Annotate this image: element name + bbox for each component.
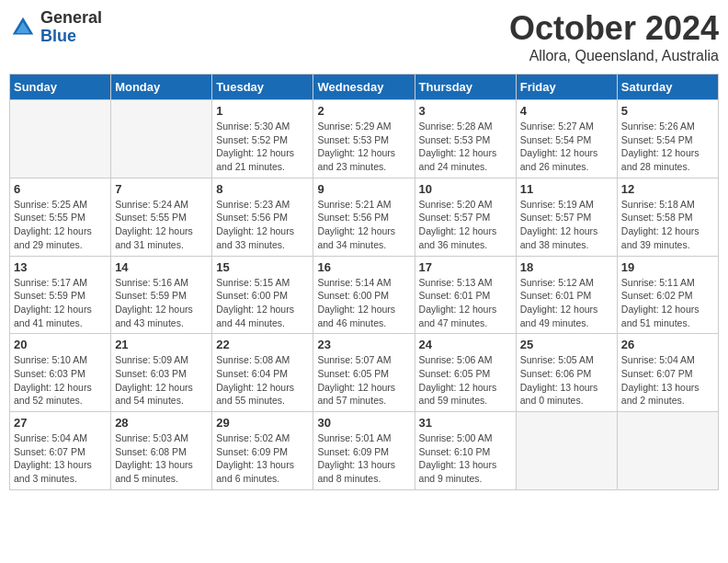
location: Allora, Queensland, Australia bbox=[509, 48, 719, 64]
calendar-day-cell: 6Sunrise: 5:25 AM Sunset: 5:55 PM Daylig… bbox=[10, 178, 111, 256]
calendar-week-row: 1Sunrise: 5:30 AM Sunset: 5:52 PM Daylig… bbox=[10, 100, 719, 178]
day-info: Sunrise: 5:16 AM Sunset: 5:59 PM Dayligh… bbox=[115, 276, 208, 330]
calendar-day-cell: 29Sunrise: 5:02 AM Sunset: 6:09 PM Dayli… bbox=[212, 412, 313, 490]
calendar-day-cell: 24Sunrise: 5:06 AM Sunset: 6:05 PM Dayli… bbox=[415, 334, 516, 412]
day-number: 28 bbox=[115, 416, 208, 430]
day-info: Sunrise: 5:24 AM Sunset: 5:55 PM Dayligh… bbox=[115, 198, 208, 252]
day-info: Sunrise: 5:06 AM Sunset: 6:05 PM Dayligh… bbox=[419, 353, 512, 408]
calendar-day-cell bbox=[516, 412, 617, 490]
day-number: 5 bbox=[621, 104, 714, 118]
day-info: Sunrise: 5:27 AM Sunset: 5:54 PM Dayligh… bbox=[520, 120, 613, 174]
calendar-day-cell: 27Sunrise: 5:04 AM Sunset: 6:07 PM Dayli… bbox=[10, 412, 111, 490]
calendar-day-cell: 1Sunrise: 5:30 AM Sunset: 5:52 PM Daylig… bbox=[212, 100, 313, 178]
day-info: Sunrise: 5:30 AM Sunset: 5:52 PM Dayligh… bbox=[216, 120, 309, 174]
day-number: 25 bbox=[520, 338, 613, 351]
calendar-day-cell: 28Sunrise: 5:03 AM Sunset: 6:08 PM Dayli… bbox=[111, 412, 212, 490]
day-number: 16 bbox=[317, 260, 410, 274]
day-number: 26 bbox=[621, 338, 714, 351]
day-number: 7 bbox=[115, 182, 208, 196]
month-title: October 2024 bbox=[509, 9, 719, 48]
day-number: 20 bbox=[14, 338, 107, 351]
day-number: 27 bbox=[14, 416, 107, 430]
day-number: 21 bbox=[115, 338, 208, 351]
weekday-header: Monday bbox=[111, 75, 212, 100]
calendar-week-row: 27Sunrise: 5:04 AM Sunset: 6:07 PM Dayli… bbox=[10, 412, 719, 490]
weekday-header: Saturday bbox=[617, 75, 718, 100]
calendar-day-cell: 25Sunrise: 5:05 AM Sunset: 6:06 PM Dayli… bbox=[516, 334, 617, 412]
calendar-day-cell bbox=[617, 412, 718, 490]
calendar-day-cell: 2Sunrise: 5:29 AM Sunset: 5:53 PM Daylig… bbox=[313, 100, 415, 178]
calendar-day-cell: 26Sunrise: 5:04 AM Sunset: 6:07 PM Dayli… bbox=[617, 334, 718, 412]
day-number: 11 bbox=[520, 182, 613, 196]
weekday-header: Sunday bbox=[10, 75, 111, 100]
day-info: Sunrise: 5:08 AM Sunset: 6:04 PM Dayligh… bbox=[216, 353, 309, 408]
logo-text: General Blue bbox=[40, 9, 102, 46]
calendar-day-cell: 17Sunrise: 5:13 AM Sunset: 6:01 PM Dayli… bbox=[415, 256, 516, 334]
day-info: Sunrise: 5:18 AM Sunset: 5:58 PM Dayligh… bbox=[621, 198, 714, 252]
day-info: Sunrise: 5:03 AM Sunset: 6:08 PM Dayligh… bbox=[115, 431, 208, 486]
day-info: Sunrise: 5:01 AM Sunset: 6:09 PM Dayligh… bbox=[317, 431, 410, 486]
calendar-day-cell: 10Sunrise: 5:20 AM Sunset: 5:57 PM Dayli… bbox=[415, 178, 516, 256]
calendar-day-cell: 7Sunrise: 5:24 AM Sunset: 5:55 PM Daylig… bbox=[111, 178, 212, 256]
calendar-week-row: 20Sunrise: 5:10 AM Sunset: 6:03 PM Dayli… bbox=[10, 334, 719, 412]
calendar-day-cell: 9Sunrise: 5:21 AM Sunset: 5:56 PM Daylig… bbox=[313, 178, 415, 256]
calendar-day-cell: 31Sunrise: 5:00 AM Sunset: 6:10 PM Dayli… bbox=[415, 412, 516, 490]
day-info: Sunrise: 5:07 AM Sunset: 6:05 PM Dayligh… bbox=[317, 353, 410, 408]
calendar-day-cell: 19Sunrise: 5:11 AM Sunset: 6:02 PM Dayli… bbox=[617, 256, 718, 334]
calendar-day-cell: 23Sunrise: 5:07 AM Sunset: 6:05 PM Dayli… bbox=[313, 334, 415, 412]
day-number: 31 bbox=[419, 416, 512, 430]
day-number: 22 bbox=[216, 338, 309, 351]
day-number: 14 bbox=[115, 260, 208, 274]
day-number: 29 bbox=[216, 416, 309, 430]
calendar-day-cell: 4Sunrise: 5:27 AM Sunset: 5:54 PM Daylig… bbox=[516, 100, 617, 178]
day-info: Sunrise: 5:02 AM Sunset: 6:09 PM Dayligh… bbox=[216, 431, 309, 486]
title-block: October 2024 Allora, Queensland, Austral… bbox=[509, 9, 719, 64]
day-number: 15 bbox=[216, 260, 309, 274]
calendar-week-row: 6Sunrise: 5:25 AM Sunset: 5:55 PM Daylig… bbox=[10, 178, 719, 256]
calendar-day-cell: 5Sunrise: 5:26 AM Sunset: 5:54 PM Daylig… bbox=[617, 100, 718, 178]
logo-icon bbox=[9, 14, 37, 41]
day-number: 18 bbox=[520, 260, 613, 274]
day-info: Sunrise: 5:21 AM Sunset: 5:56 PM Dayligh… bbox=[317, 198, 410, 252]
day-number: 1 bbox=[216, 104, 309, 118]
day-info: Sunrise: 5:12 AM Sunset: 6:01 PM Dayligh… bbox=[520, 276, 613, 330]
day-number: 30 bbox=[317, 416, 410, 430]
calendar-day-cell: 18Sunrise: 5:12 AM Sunset: 6:01 PM Dayli… bbox=[516, 256, 617, 334]
day-number: 4 bbox=[520, 104, 613, 118]
calendar-day-cell: 11Sunrise: 5:19 AM Sunset: 5:57 PM Dayli… bbox=[516, 178, 617, 256]
day-info: Sunrise: 5:10 AM Sunset: 6:03 PM Dayligh… bbox=[14, 353, 107, 408]
calendar-header-row: SundayMondayTuesdayWednesdayThursdayFrid… bbox=[10, 75, 719, 100]
day-number: 17 bbox=[419, 260, 512, 274]
day-number: 12 bbox=[621, 182, 714, 196]
day-info: Sunrise: 5:11 AM Sunset: 6:02 PM Dayligh… bbox=[621, 276, 714, 330]
weekday-header: Thursday bbox=[415, 75, 516, 100]
day-info: Sunrise: 5:23 AM Sunset: 5:56 PM Dayligh… bbox=[216, 198, 309, 252]
day-number: 9 bbox=[317, 182, 410, 196]
calendar-day-cell: 12Sunrise: 5:18 AM Sunset: 5:58 PM Dayli… bbox=[617, 178, 718, 256]
day-info: Sunrise: 5:25 AM Sunset: 5:55 PM Dayligh… bbox=[14, 198, 107, 252]
weekday-header: Wednesday bbox=[313, 75, 415, 100]
page-header: General Blue October 2024 Allora, Queens… bbox=[9, 9, 719, 64]
day-number: 19 bbox=[621, 260, 714, 274]
day-info: Sunrise: 5:04 AM Sunset: 6:07 PM Dayligh… bbox=[14, 431, 107, 486]
day-number: 23 bbox=[317, 338, 410, 351]
day-number: 8 bbox=[216, 182, 309, 196]
calendar-day-cell: 21Sunrise: 5:09 AM Sunset: 6:03 PM Dayli… bbox=[111, 334, 212, 412]
calendar-table: SundayMondayTuesdayWednesdayThursdayFrid… bbox=[9, 74, 719, 490]
calendar-day-cell: 8Sunrise: 5:23 AM Sunset: 5:56 PM Daylig… bbox=[212, 178, 313, 256]
calendar-day-cell: 22Sunrise: 5:08 AM Sunset: 6:04 PM Dayli… bbox=[212, 334, 313, 412]
day-info: Sunrise: 5:17 AM Sunset: 5:59 PM Dayligh… bbox=[14, 276, 107, 330]
weekday-header: Friday bbox=[516, 75, 617, 100]
calendar-day-cell bbox=[111, 100, 212, 178]
logo-general: General bbox=[40, 8, 102, 27]
calendar-day-cell: 20Sunrise: 5:10 AM Sunset: 6:03 PM Dayli… bbox=[10, 334, 111, 412]
day-info: Sunrise: 5:28 AM Sunset: 5:53 PM Dayligh… bbox=[419, 120, 512, 174]
day-info: Sunrise: 5:20 AM Sunset: 5:57 PM Dayligh… bbox=[419, 198, 512, 252]
day-number: 10 bbox=[419, 182, 512, 196]
day-info: Sunrise: 5:15 AM Sunset: 6:00 PM Dayligh… bbox=[216, 276, 309, 330]
day-info: Sunrise: 5:26 AM Sunset: 5:54 PM Dayligh… bbox=[621, 120, 714, 174]
calendar-day-cell bbox=[10, 100, 111, 178]
day-number: 3 bbox=[419, 104, 512, 118]
day-info: Sunrise: 5:00 AM Sunset: 6:10 PM Dayligh… bbox=[419, 431, 512, 486]
day-info: Sunrise: 5:13 AM Sunset: 6:01 PM Dayligh… bbox=[419, 276, 512, 330]
